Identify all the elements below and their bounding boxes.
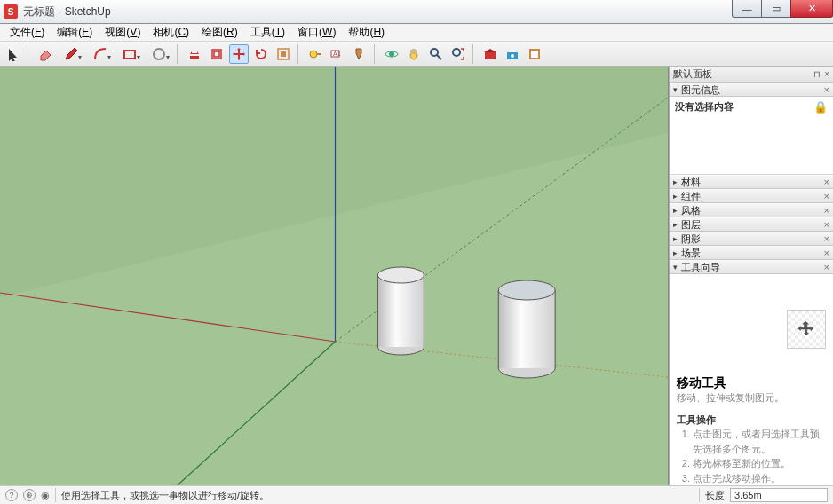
svg-rect-13 [485,52,496,59]
app-icon: S [4,4,18,19]
svg-point-8 [389,51,394,57]
minimize-button[interactable]: — [732,0,762,18]
close-tray-icon[interactable]: × [824,69,829,79]
close-button[interactable]: ✕ [790,0,833,18]
tray-title: 默认面板 [673,67,712,81]
title-bar: S 无标题 - SketchUp — ▭ ✕ [0,0,833,24]
geo-icon[interactable]: ⊕ [23,489,36,501]
collapse-icon[interactable]: × [824,84,829,95]
person-icon[interactable]: ◉ [41,490,50,501]
caret-down-icon: ▾ [673,85,678,94]
default-tray: 默认面板 ⊓ × ▾ 图元信息 × 没有选择内容 🔒 ▸ 材料 × ▸ 组件 ×… [669,67,833,485]
entity-info-no-selection: 没有选择内容 [675,100,734,114]
instructor-ops-title: 工具操作 [677,413,826,427]
panel-entity-info-body: 没有选择内容 🔒 [670,97,833,175]
panel-entity-info-header[interactable]: ▾ 图元信息 × [670,83,833,97]
help-icon[interactable]: ? [5,489,18,501]
viewport-3d[interactable] [0,67,669,485]
layout-tool[interactable] [525,44,544,64]
paint-tool[interactable] [350,44,369,64]
circle-tool[interactable] [146,44,172,64]
rect-tool[interactable] [116,44,143,64]
main-toolbar: A1 [0,42,833,67]
caret-down-icon: ▾ [673,263,678,272]
svg-line-11 [437,55,441,59]
line-tool[interactable] [58,44,84,64]
svg-point-15 [511,54,514,58]
zoom-extents-tool[interactable] [448,44,468,64]
instructor-op-item: 将光标移至新的位置。 [693,456,826,471]
tape-tool[interactable] [305,44,325,64]
panel-instructor-header[interactable]: ▾ 工具向导 × [670,260,833,274]
panel-materials-header[interactable]: ▸ 材料 × [670,175,833,189]
svg-point-29 [377,267,424,283]
panel-styles-header[interactable]: ▸ 风格 × [670,203,833,217]
window-title: 无标题 - SketchUp [23,4,111,20]
tray-header[interactable]: 默认面板 ⊓ × [670,67,833,83]
svg-rect-26 [377,275,424,347]
panel-components-header[interactable]: ▸ 组件 × [670,189,833,203]
menu-bar: 文件(F)编辑(E)视图(V)相机(C)绘图(R)工具(T)窗口(W)帮助(H) [0,24,833,42]
svg-text:A1: A1 [333,51,341,57]
svg-point-4 [310,51,317,58]
instructor-tool-desc: 移动、拉伸或复制图元。 [677,391,826,405]
svg-point-12 [453,49,460,56]
svg-rect-17 [531,51,538,58]
menu-v[interactable]: 视图(V) [99,23,147,42]
warehouse-tool[interactable] [480,44,500,64]
status-bar: ? ⊕ ◉ 使用选择工具，或挑选一事物以进行移动/旋转。 长度 3.65m [0,485,833,504]
window-controls: — ▭ ✕ [733,0,833,18]
menu-f[interactable]: 文件(F) [4,23,51,42]
select-tool[interactable] [4,44,23,64]
cylinder-1[interactable] [377,267,424,355]
svg-rect-3 [281,51,286,57]
lock-icon[interactable]: 🔒 [813,100,828,114]
menu-r[interactable]: 绘图(R) [195,23,244,42]
pin-icon[interactable]: ⊓ [813,69,821,79]
svg-point-10 [431,49,438,56]
svg-point-34 [498,280,555,300]
cylinder-2[interactable] [498,280,555,378]
instructor-tool-name: 移动工具 [677,375,826,391]
panel-scenes-header[interactable]: ▸ 场景 × [670,246,833,260]
menu-h[interactable]: 帮助(H) [342,23,391,42]
workspace: 默认面板 ⊓ × ▾ 图元信息 × 没有选择内容 🔒 ▸ 材料 × ▸ 组件 ×… [0,67,833,485]
offset-tool[interactable] [207,44,226,64]
menu-w[interactable]: 窗口(W) [291,23,342,42]
orbit-tool[interactable] [382,44,401,64]
eraser-tool[interactable] [36,44,55,64]
rotate-tool[interactable] [251,44,271,64]
instructor-op-item: 点击完成移动操作。 [693,471,826,486]
panel-shadows-header[interactable]: ▸ 阴影 × [670,232,833,246]
menu-e[interactable]: 编辑(E) [51,23,99,42]
ext-warehouse-tool[interactable] [503,44,522,64]
scale-tool[interactable] [274,44,293,64]
length-label: 长度 [705,489,725,502]
panel-layers-header[interactable]: ▸ 图层 × [670,217,833,232]
move-tool[interactable] [229,44,249,64]
maximize-button[interactable]: ▭ [761,0,791,18]
menu-t[interactable]: 工具(T) [244,23,291,42]
pushpull-tool[interactable] [185,44,204,64]
svg-rect-31 [498,290,555,368]
move-cursor-preview [787,310,826,349]
arc-tool[interactable] [87,44,114,64]
zoom-tool[interactable] [426,44,446,64]
length-value[interactable]: 3.65m [730,488,828,502]
text-tool[interactable]: A1 [328,44,347,64]
panel-instructor-body: 移动工具 移动、拉伸或复制图元。 工具操作 点击图元，或者用选择工具预先选择多个… [670,274,833,485]
caret-right-icon: ▸ [673,177,678,186]
menu-c[interactable]: 相机(C) [147,23,195,42]
svg-point-1 [154,49,164,59]
svg-rect-0 [124,51,135,59]
status-hint: 使用选择工具，或挑选一事物以进行移动/旋转。 [61,489,269,502]
pan-tool[interactable] [404,44,424,64]
instructor-ops-list: 点击图元，或者用选择工具预先选择多个图元。将光标移至新的位置。点击完成移动操作。 [693,427,826,485]
instructor-op-item: 点击图元，或者用选择工具预先选择多个图元。 [693,427,826,456]
